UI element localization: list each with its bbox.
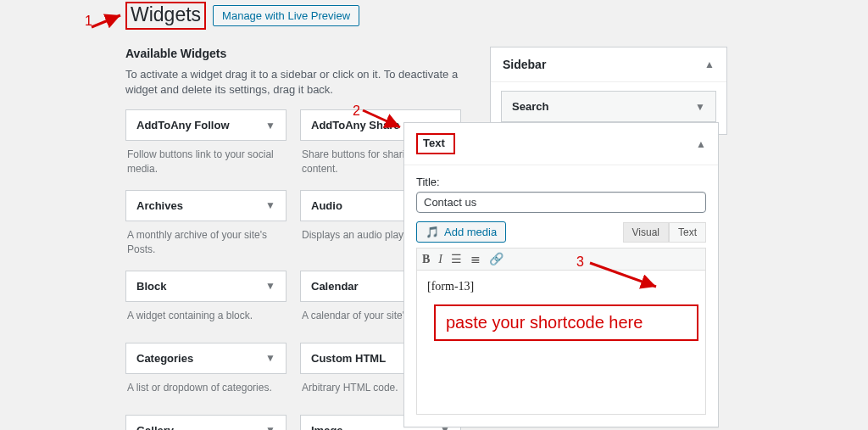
widget-label: Image (311, 424, 343, 430)
chevron-down-icon: ▼ (265, 199, 275, 211)
widget-label: Audio (311, 199, 342, 212)
chevron-down-icon: ▼ (265, 424, 275, 430)
sidebar-item-search[interactable]: Search ▼ (501, 91, 716, 122)
widget-archives[interactable]: Archives ▼ (125, 190, 287, 221)
widget-label: Calendar (311, 280, 359, 293)
widget-categories[interactable]: Categories ▼ (125, 343, 287, 374)
widget-gallery[interactable]: Gallery ▼ (125, 415, 287, 430)
annotation-shortcode: paste your shortcode here (434, 304, 698, 341)
available-widgets-heading: Available Widgets (125, 47, 473, 60)
chevron-down-icon: ▼ (265, 120, 275, 131)
widget-desc: A monthly archive of your site's Posts. (125, 221, 287, 267)
editor-toolbar: B I ☰ ≣ 🔗 (416, 248, 706, 271)
page-title: Widgets (125, 2, 206, 30)
available-widgets-desc: To activate a widget drag it to a sideba… (125, 67, 473, 98)
tab-text[interactable]: Text (669, 222, 706, 243)
widget-label: Categories (136, 352, 193, 365)
title-label: Title: (416, 176, 706, 188)
widget-label: AddToAny Share (311, 119, 400, 131)
text-widget-editor: Text ▲ Title: 🎵 Add media Visual Text B … (403, 122, 719, 427)
bold-icon[interactable]: B (422, 253, 430, 266)
chevron-up-icon: ▲ (704, 59, 715, 70)
music-note-icon: 🎵 (426, 226, 439, 238)
arrow-icon (90, 10, 125, 31)
widget-label: Custom HTML (311, 352, 386, 365)
widget-desc: A list or dropdown of categories. (125, 374, 287, 411)
add-media-button[interactable]: 🎵 Add media (416, 221, 506, 243)
add-media-label: Add media (444, 226, 497, 238)
widget-label: Gallery (136, 424, 174, 430)
title-input[interactable] (416, 192, 706, 213)
widget-label: Archives (136, 199, 183, 212)
annotation-1: 1 (85, 14, 92, 29)
widget-addtoany-follow[interactable]: AddToAny Follow ▼ (125, 109, 287, 141)
editor-content[interactable]: [form-13] paste your shortcode here (416, 271, 706, 415)
chevron-down-icon: ▼ (265, 280, 275, 292)
tab-visual[interactable]: Visual (623, 222, 669, 243)
sidebar-toggle[interactable]: Sidebar ▲ (491, 47, 726, 81)
numbered-list-icon[interactable]: ≣ (470, 252, 481, 266)
live-preview-button[interactable]: Manage with Live Preview (213, 5, 359, 26)
chevron-down-icon: ▼ (265, 352, 275, 364)
link-icon[interactable]: 🔗 (489, 252, 504, 266)
editor-text: [form-13] (427, 280, 474, 293)
bullet-list-icon[interactable]: ☰ (451, 252, 462, 266)
chevron-up-icon: ▲ (696, 138, 706, 150)
text-widget-header: Text (416, 133, 455, 154)
svg-line-0 (92, 15, 120, 27)
widget-block[interactable]: Block ▼ (125, 271, 287, 302)
widget-label: AddToAny Follow (136, 119, 230, 131)
sidebar-title: Sidebar (503, 58, 546, 71)
sidebar-item-label: Search (512, 100, 548, 113)
italic-icon[interactable]: I (438, 253, 442, 266)
chevron-down-icon: ▼ (695, 101, 705, 113)
text-widget-toggle[interactable]: Text ▲ (404, 123, 718, 165)
widget-desc: Follow buttons link to your social media… (125, 141, 287, 187)
widget-desc: A widget containing a block. (125, 302, 287, 339)
widget-label: Block (136, 280, 166, 293)
